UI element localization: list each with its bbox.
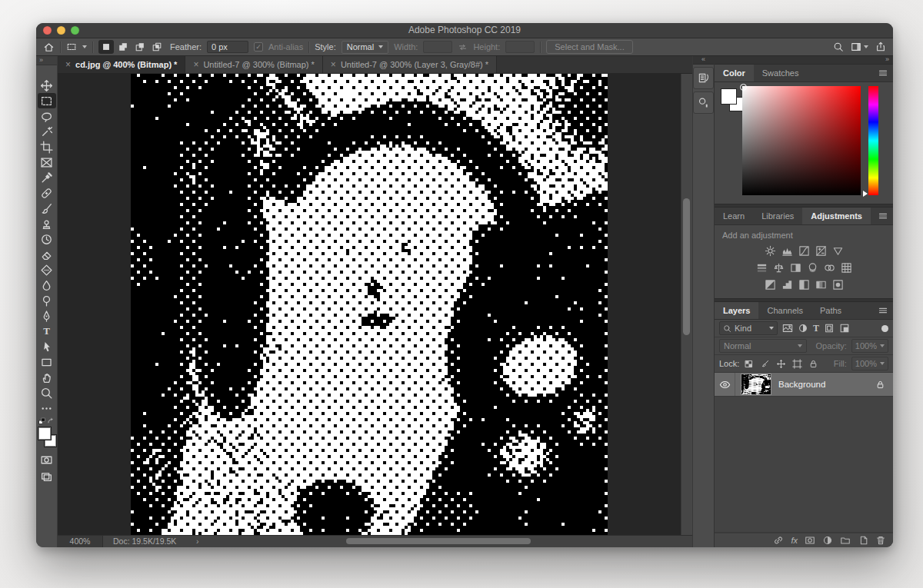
search-icon[interactable] <box>833 42 844 52</box>
filter-type-layers-icon[interactable]: T <box>813 323 819 334</box>
history-panel-button[interactable] <box>693 67 714 89</box>
layer-visibility-toggle[interactable] <box>715 373 735 396</box>
adjustment-black-white-icon[interactable] <box>790 262 801 274</box>
feather-input[interactable]: 0 px <box>207 41 248 53</box>
tool-preset-marquee-icon[interactable] <box>66 42 77 52</box>
foreground-background-swatches[interactable] <box>37 427 57 447</box>
tool-preset-chevron-icon[interactable] <box>82 45 87 48</box>
adjustment-color-lookup-icon[interactable] <box>841 262 852 274</box>
adjustment-vibrance-icon[interactable] <box>832 245 844 257</box>
lock-transparent-icon[interactable] <box>744 359 754 369</box>
opacity-field[interactable]: 100% <box>851 339 888 353</box>
document-tab[interactable]: ×Untitled-7 @ 300% (Layer 3, Gray/8#) * <box>323 56 497 73</box>
zoom-level-field[interactable]: 400% <box>58 536 103 547</box>
tab-libraries[interactable]: Libraries <box>753 208 802 224</box>
tool-gradient[interactable] <box>38 262 56 277</box>
horizontal-scrollbar-thumb[interactable] <box>346 538 531 544</box>
tab-swatches[interactable]: Swatches <box>754 65 808 81</box>
tab-close-icon[interactable]: × <box>65 59 71 70</box>
style-dropdown[interactable]: Normal <box>342 41 388 54</box>
intersect-selection-button[interactable] <box>149 40 165 54</box>
adjustment-threshold-icon[interactable] <box>798 279 810 291</box>
tab-channels[interactable]: Channels <box>758 302 811 319</box>
tool-clone-stamp[interactable] <box>38 216 56 231</box>
blend-mode-dropdown[interactable]: Normal <box>719 339 807 353</box>
tool-shape[interactable] <box>38 354 56 370</box>
link-layers-icon[interactable] <box>773 535 784 546</box>
workspace-icon[interactable] <box>851 42 861 52</box>
foreground-color-swatch[interactable] <box>721 88 737 105</box>
tool-move[interactable] <box>38 78 56 93</box>
quick-mask-button[interactable] <box>40 453 53 467</box>
status-chevron-icon[interactable]: › <box>196 536 199 546</box>
layer-thumbnail[interactable] <box>741 374 771 395</box>
lock-position-icon[interactable] <box>776 359 786 369</box>
document-tab[interactable]: ×cd.jpg @ 400% (Bitmap) * <box>58 56 185 73</box>
tool-history-brush[interactable] <box>38 231 56 247</box>
hue-slider-marker[interactable] <box>863 191 868 197</box>
filter-shape-layers-icon[interactable] <box>824 323 835 334</box>
layer-row-background[interactable]: Background <box>715 373 893 397</box>
add-selection-button[interactable] <box>115 40 131 54</box>
anti-alias-checkbox[interactable]: ✓ <box>254 42 263 51</box>
tool-blur[interactable] <box>38 277 56 293</box>
layer-style-icon[interactable]: fx <box>791 536 798 545</box>
tool-eyedropper[interactable] <box>38 170 56 185</box>
tool-healing-brush[interactable] <box>38 185 56 201</box>
workspace-chevron-icon[interactable] <box>864 45 868 48</box>
tool-path-select[interactable] <box>38 339 56 354</box>
toolbar-expand-strip[interactable]: » <box>36 56 57 65</box>
tool-type[interactable]: T <box>38 324 56 339</box>
filter-adjustment-layers-icon[interactable] <box>798 323 808 334</box>
adjustment-curves-icon[interactable] <box>798 245 810 257</box>
tool-ellipsis[interactable] <box>38 400 56 416</box>
tool-zoom[interactable] <box>38 385 56 400</box>
height-input[interactable] <box>505 41 535 53</box>
adjustment-color-balance-icon[interactable] <box>773 262 785 274</box>
document-tab[interactable]: ×Untitled-7 @ 300% (Bitmap) * <box>185 56 322 73</box>
swap-dimensions-icon[interactable] <box>458 42 468 52</box>
new-selection-button[interactable] <box>98 40 114 54</box>
vertical-scrollbar-thumb[interactable] <box>683 198 690 335</box>
swap-colors-icon[interactable] <box>47 417 55 425</box>
canvas-viewport[interactable] <box>58 74 692 536</box>
adjustment-levels-icon[interactable] <box>781 245 793 257</box>
fill-field[interactable]: 100% <box>851 357 888 370</box>
tool-pen[interactable] <box>38 308 56 324</box>
new-adjustment-icon[interactable] <box>822 535 833 546</box>
home-icon[interactable] <box>43 42 55 53</box>
vertical-scrollbar[interactable] <box>681 74 692 536</box>
tab-learn[interactable]: Learn <box>715 208 753 224</box>
title-bar[interactable]: Adobe Photoshop CC 2019 <box>36 23 893 38</box>
screen-mode-button[interactable] <box>40 470 53 483</box>
default-colors-icon[interactable] <box>38 417 46 425</box>
lock-artboard-icon[interactable] <box>792 359 802 369</box>
tool-dodge[interactable] <box>38 293 56 308</box>
adjustment-invert-icon[interactable] <box>765 279 776 291</box>
collapse-dock-strip[interactable]: « <box>693 56 714 65</box>
tab-color[interactable]: Color <box>715 65 754 81</box>
properties-panel-button[interactable] <box>693 91 714 114</box>
subtract-selection-button[interactable] <box>132 40 148 54</box>
layers-list-empty-area[interactable] <box>715 397 893 533</box>
adjustment-photo-filter-icon[interactable] <box>807 262 818 274</box>
lock-pixels-icon[interactable] <box>760 359 770 369</box>
adjustment-exposure-icon[interactable] <box>815 245 827 257</box>
tool-lasso[interactable] <box>38 108 56 124</box>
adjustment-gradient-map-icon[interactable] <box>815 279 827 291</box>
tab-adjustments[interactable]: Adjustments <box>802 208 871 224</box>
adjustment-posterize-icon[interactable] <box>781 279 793 291</box>
adjustment-selective-color-icon[interactable] <box>832 279 844 291</box>
lock-all-icon[interactable] <box>808 359 818 369</box>
delete-layer-icon[interactable] <box>875 535 886 546</box>
adjustment-hue-saturation-icon[interactable] <box>756 262 768 274</box>
tool-frame[interactable] <box>38 154 56 170</box>
saturation-brightness-field[interactable] <box>742 86 861 195</box>
panel-color-swatches[interactable] <box>721 88 744 111</box>
tab-close-icon[interactable]: × <box>193 59 198 70</box>
document-canvas[interactable] <box>131 74 608 536</box>
filter-toggle-icon[interactable] <box>881 325 888 332</box>
tool-quick-select[interactable] <box>38 124 56 139</box>
select-and-mask-button[interactable]: Select and Mask... <box>546 40 633 54</box>
tab-close-icon[interactable]: × <box>331 59 336 70</box>
